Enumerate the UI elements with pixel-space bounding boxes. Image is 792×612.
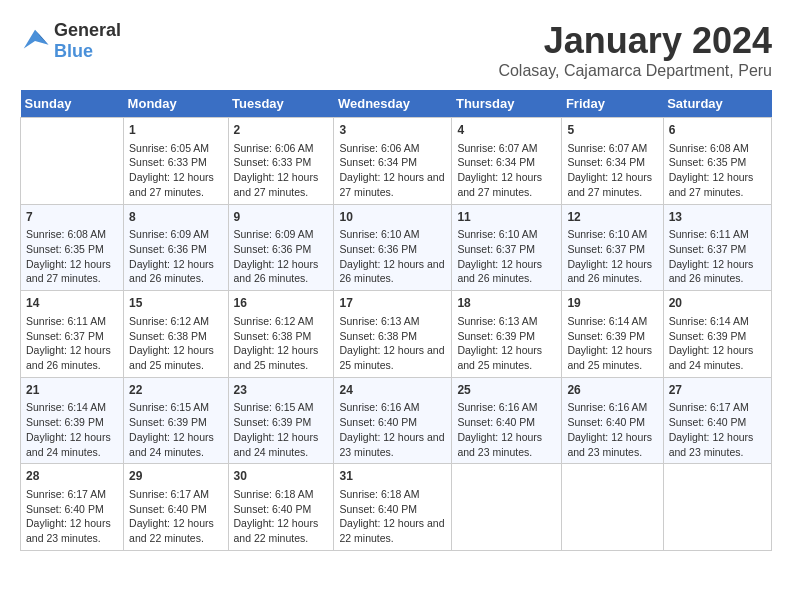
svg-marker-0: [24, 30, 49, 49]
day-info: Sunrise: 6:15 AMSunset: 6:39 PMDaylight:…: [129, 400, 222, 459]
day-cell: 9Sunrise: 6:09 AMSunset: 6:36 PMDaylight…: [228, 204, 334, 291]
day-number: 25: [457, 382, 556, 399]
day-info: Sunrise: 6:05 AMSunset: 6:33 PMDaylight:…: [129, 141, 222, 200]
day-cell: 2Sunrise: 6:06 AMSunset: 6:33 PMDaylight…: [228, 118, 334, 205]
day-cell: 5Sunrise: 6:07 AMSunset: 6:34 PMDaylight…: [562, 118, 663, 205]
title-section: January 2024 Colasay, Cajamarca Departme…: [498, 20, 772, 80]
day-number: 11: [457, 209, 556, 226]
day-cell: [452, 464, 562, 551]
day-number: 29: [129, 468, 222, 485]
day-cell: [663, 464, 771, 551]
logo-text: General Blue: [54, 20, 121, 62]
day-info: Sunrise: 6:15 AMSunset: 6:39 PMDaylight:…: [234, 400, 329, 459]
day-number: 22: [129, 382, 222, 399]
day-number: 13: [669, 209, 766, 226]
day-number: 12: [567, 209, 657, 226]
day-info: Sunrise: 6:06 AMSunset: 6:33 PMDaylight:…: [234, 141, 329, 200]
day-cell: 16Sunrise: 6:12 AMSunset: 6:38 PMDayligh…: [228, 291, 334, 378]
logo-general: General: [54, 20, 121, 40]
day-cell: 18Sunrise: 6:13 AMSunset: 6:39 PMDayligh…: [452, 291, 562, 378]
page-header: General Blue January 2024 Colasay, Cajam…: [20, 20, 772, 80]
location-title: Colasay, Cajamarca Department, Peru: [498, 62, 772, 80]
day-cell: [21, 118, 124, 205]
day-number: 23: [234, 382, 329, 399]
day-number: 10: [339, 209, 446, 226]
day-info: Sunrise: 6:17 AMSunset: 6:40 PMDaylight:…: [26, 487, 118, 546]
day-number: 31: [339, 468, 446, 485]
header-sunday: Sunday: [21, 90, 124, 118]
header-wednesday: Wednesday: [334, 90, 452, 118]
day-cell: 8Sunrise: 6:09 AMSunset: 6:36 PMDaylight…: [124, 204, 228, 291]
day-number: 1: [129, 122, 222, 139]
day-number: 9: [234, 209, 329, 226]
header-monday: Monday: [124, 90, 228, 118]
day-cell: 27Sunrise: 6:17 AMSunset: 6:40 PMDayligh…: [663, 377, 771, 464]
week-row-3: 14Sunrise: 6:11 AMSunset: 6:37 PMDayligh…: [21, 291, 772, 378]
day-number: 14: [26, 295, 118, 312]
day-number: 7: [26, 209, 118, 226]
day-cell: 13Sunrise: 6:11 AMSunset: 6:37 PMDayligh…: [663, 204, 771, 291]
week-row-2: 7Sunrise: 6:08 AMSunset: 6:35 PMDaylight…: [21, 204, 772, 291]
day-info: Sunrise: 6:10 AMSunset: 6:37 PMDaylight:…: [567, 227, 657, 286]
day-number: 2: [234, 122, 329, 139]
day-number: 3: [339, 122, 446, 139]
day-cell: 26Sunrise: 6:16 AMSunset: 6:40 PMDayligh…: [562, 377, 663, 464]
day-cell: 1Sunrise: 6:05 AMSunset: 6:33 PMDaylight…: [124, 118, 228, 205]
day-cell: 4Sunrise: 6:07 AMSunset: 6:34 PMDaylight…: [452, 118, 562, 205]
day-cell: 30Sunrise: 6:18 AMSunset: 6:40 PMDayligh…: [228, 464, 334, 551]
day-info: Sunrise: 6:18 AMSunset: 6:40 PMDaylight:…: [339, 487, 446, 546]
day-info: Sunrise: 6:07 AMSunset: 6:34 PMDaylight:…: [457, 141, 556, 200]
day-cell: 14Sunrise: 6:11 AMSunset: 6:37 PMDayligh…: [21, 291, 124, 378]
calendar-header-row: SundayMondayTuesdayWednesdayThursdayFrid…: [21, 90, 772, 118]
day-number: 18: [457, 295, 556, 312]
month-title: January 2024: [498, 20, 772, 62]
week-row-5: 28Sunrise: 6:17 AMSunset: 6:40 PMDayligh…: [21, 464, 772, 551]
day-cell: 7Sunrise: 6:08 AMSunset: 6:35 PMDaylight…: [21, 204, 124, 291]
day-info: Sunrise: 6:09 AMSunset: 6:36 PMDaylight:…: [234, 227, 329, 286]
day-number: 16: [234, 295, 329, 312]
day-info: Sunrise: 6:07 AMSunset: 6:34 PMDaylight:…: [567, 141, 657, 200]
day-cell: 15Sunrise: 6:12 AMSunset: 6:38 PMDayligh…: [124, 291, 228, 378]
day-info: Sunrise: 6:11 AMSunset: 6:37 PMDaylight:…: [26, 314, 118, 373]
week-row-4: 21Sunrise: 6:14 AMSunset: 6:39 PMDayligh…: [21, 377, 772, 464]
day-info: Sunrise: 6:16 AMSunset: 6:40 PMDaylight:…: [339, 400, 446, 459]
day-number: 28: [26, 468, 118, 485]
calendar-table: SundayMondayTuesdayWednesdayThursdayFrid…: [20, 90, 772, 551]
day-cell: 20Sunrise: 6:14 AMSunset: 6:39 PMDayligh…: [663, 291, 771, 378]
day-number: 27: [669, 382, 766, 399]
day-number: 15: [129, 295, 222, 312]
day-cell: 3Sunrise: 6:06 AMSunset: 6:34 PMDaylight…: [334, 118, 452, 205]
day-number: 17: [339, 295, 446, 312]
day-info: Sunrise: 6:16 AMSunset: 6:40 PMDaylight:…: [457, 400, 556, 459]
day-info: Sunrise: 6:13 AMSunset: 6:39 PMDaylight:…: [457, 314, 556, 373]
day-info: Sunrise: 6:06 AMSunset: 6:34 PMDaylight:…: [339, 141, 446, 200]
day-cell: 12Sunrise: 6:10 AMSunset: 6:37 PMDayligh…: [562, 204, 663, 291]
day-info: Sunrise: 6:17 AMSunset: 6:40 PMDaylight:…: [129, 487, 222, 546]
week-row-1: 1Sunrise: 6:05 AMSunset: 6:33 PMDaylight…: [21, 118, 772, 205]
day-info: Sunrise: 6:14 AMSunset: 6:39 PMDaylight:…: [26, 400, 118, 459]
day-info: Sunrise: 6:09 AMSunset: 6:36 PMDaylight:…: [129, 227, 222, 286]
day-cell: 11Sunrise: 6:10 AMSunset: 6:37 PMDayligh…: [452, 204, 562, 291]
day-info: Sunrise: 6:10 AMSunset: 6:36 PMDaylight:…: [339, 227, 446, 286]
day-number: 19: [567, 295, 657, 312]
day-cell: 23Sunrise: 6:15 AMSunset: 6:39 PMDayligh…: [228, 377, 334, 464]
day-number: 26: [567, 382, 657, 399]
day-info: Sunrise: 6:12 AMSunset: 6:38 PMDaylight:…: [234, 314, 329, 373]
day-number: 8: [129, 209, 222, 226]
day-info: Sunrise: 6:14 AMSunset: 6:39 PMDaylight:…: [567, 314, 657, 373]
day-cell: 28Sunrise: 6:17 AMSunset: 6:40 PMDayligh…: [21, 464, 124, 551]
day-number: 6: [669, 122, 766, 139]
day-cell: 6Sunrise: 6:08 AMSunset: 6:35 PMDaylight…: [663, 118, 771, 205]
header-thursday: Thursday: [452, 90, 562, 118]
day-info: Sunrise: 6:17 AMSunset: 6:40 PMDaylight:…: [669, 400, 766, 459]
day-cell: 17Sunrise: 6:13 AMSunset: 6:38 PMDayligh…: [334, 291, 452, 378]
day-info: Sunrise: 6:13 AMSunset: 6:38 PMDaylight:…: [339, 314, 446, 373]
day-number: 4: [457, 122, 556, 139]
day-info: Sunrise: 6:12 AMSunset: 6:38 PMDaylight:…: [129, 314, 222, 373]
logo: General Blue: [20, 20, 121, 62]
header-friday: Friday: [562, 90, 663, 118]
header-saturday: Saturday: [663, 90, 771, 118]
day-number: 24: [339, 382, 446, 399]
day-number: 20: [669, 295, 766, 312]
logo-icon: [20, 26, 50, 56]
